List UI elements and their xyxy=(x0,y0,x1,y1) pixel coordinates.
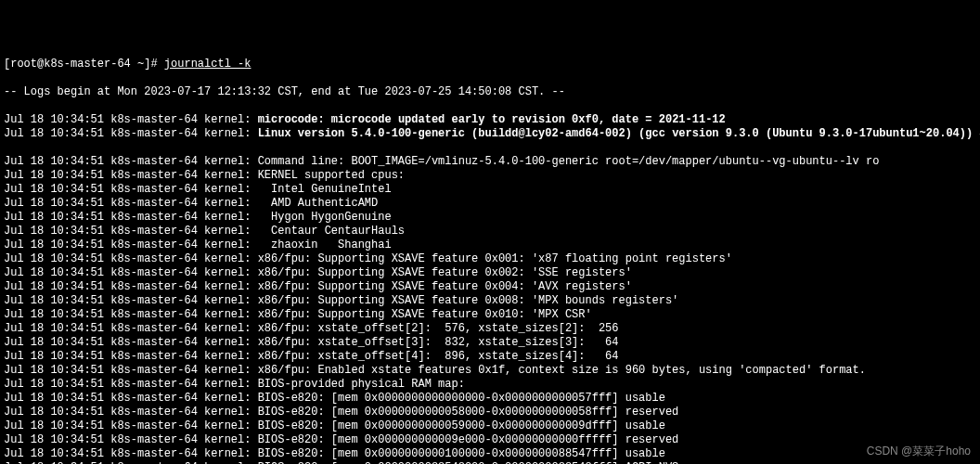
log-line: Jul 18 10:34:51 k8s-master-64 kernel: Li… xyxy=(4,127,976,141)
log-line: Jul 18 10:34:51 k8s-master-64 kernel: BI… xyxy=(4,406,976,419)
log-line: Jul 18 10:34:51 k8s-master-64 kernel: BI… xyxy=(4,419,976,433)
shell-prompt[interactable]: [root@k8s-master-64 ~]# journalctl -k xyxy=(4,58,976,71)
log-line: Jul 18 10:34:51 k8s-master-64 kernel: In… xyxy=(4,183,976,197)
log-line: Jul 18 10:34:51 k8s-master-64 kernel: x8… xyxy=(4,350,976,364)
log-line: Jul 18 10:34:51 k8s-master-64 kernel: x8… xyxy=(4,280,976,294)
log-line: Jul 18 10:34:51 k8s-master-64 kernel: x8… xyxy=(4,266,976,280)
log-line: Jul 18 10:34:51 k8s-master-64 kernel: x8… xyxy=(4,336,976,350)
prompt-user-host: [root@k8s-master-64 ~]# xyxy=(4,58,164,71)
log-line: Jul 18 10:34:51 k8s-master-64 kernel: BI… xyxy=(4,392,976,406)
log-line: Jul 18 10:34:51 k8s-master-64 kernel: KE… xyxy=(4,169,976,183)
log-line: Jul 18 10:34:51 k8s-master-64 kernel: BI… xyxy=(4,447,976,461)
command-text: journalctl -k xyxy=(164,58,251,71)
log-line: Jul 18 10:34:51 k8s-master-64 kernel: x8… xyxy=(4,308,976,322)
log-line: Jul 18 10:34:51 k8s-master-64 kernel: x8… xyxy=(4,364,976,378)
log-line: Jul 18 10:34:51 k8s-master-64 kernel: AM… xyxy=(4,197,976,211)
log-line: Jul 18 10:34:51 k8s-master-64 kernel: zh… xyxy=(4,238,976,252)
log-line: Jul 18 10:34:51 k8s-master-64 kernel: Hy… xyxy=(4,211,976,225)
log-line: Jul 18 10:34:51 k8s-master-64 kernel: Ce… xyxy=(4,225,976,238)
log-line: Jul 18 10:34:51 k8s-master-64 kernel: mi… xyxy=(4,113,976,127)
log-line: Jul 18 10:34:51 k8s-master-64 kernel: x8… xyxy=(4,322,976,336)
log-line: Jul 18 10:34:51 k8s-master-64 kernel: Co… xyxy=(4,155,976,169)
log-line: Jul 18 10:34:51 k8s-master-64 kernel: x8… xyxy=(4,294,976,308)
log-line: Jul 18 10:34:51 k8s-master-64 kernel: BI… xyxy=(4,433,976,447)
watermark: CSDN @菜菜子hoho xyxy=(867,445,971,458)
log-line: Jul 18 10:34:51 k8s-master-64 kernel: x8… xyxy=(4,252,976,266)
log-header: -- Logs begin at Mon 2023-07-17 12:13:32… xyxy=(4,85,976,99)
log-line: Jul 18 10:34:51 k8s-master-64 kernel: BI… xyxy=(4,378,976,392)
